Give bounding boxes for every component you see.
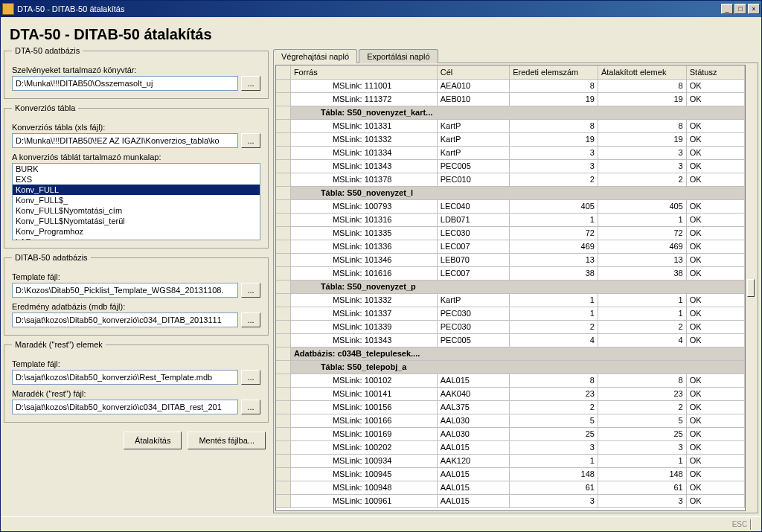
table-row[interactable]: MSLink: 100102AAL01588OK <box>276 374 745 387</box>
xls-browse-button[interactable]: ... <box>241 133 260 148</box>
result-input[interactable] <box>12 313 238 327</box>
table-row[interactable]: MSLink: 101346LEB0701313OK <box>276 253 745 266</box>
column-header[interactable]: Eredeti elemszám <box>510 65 598 79</box>
result-browse-button[interactable]: ... <box>241 313 260 327</box>
cell: 8 <box>510 79 598 92</box>
cell: LEC030 <box>437 226 509 240</box>
cell: MSLink: 101335 <box>290 226 437 240</box>
table-row[interactable]: MSLink: 101335LEC0307272OK <box>276 226 745 240</box>
cell: MSLink: 101336 <box>290 240 437 253</box>
convert-button[interactable]: Átalakítás <box>124 432 182 449</box>
table-row[interactable]: MSLink: 101343PEC00544OK <box>276 333 745 347</box>
vscroll-grip-icon[interactable] <box>747 279 755 297</box>
table-row[interactable]: MSLink: 101332KartP11OK <box>276 293 745 307</box>
table-row[interactable]: MSLink: 100961AAL01533OK <box>276 494 745 507</box>
table-row[interactable]: MSLink: 111372AEB0101919OK <box>276 92 745 106</box>
cell: 19 <box>598 92 686 106</box>
cell: OK <box>686 400 744 414</box>
grid-wrap: ForrásCélEredeti elemszámÁtalakított ele… <box>275 65 756 511</box>
table-row[interactable]: MSLink: 100945AAL015148148OK <box>276 467 745 481</box>
table-row[interactable]: MSLink: 101334KartP33OK <box>276 146 745 159</box>
cell: AAL015 <box>437 494 509 507</box>
app-window: DTA-50 - DITAB-50 átalakítás _ □ × DTA-5… <box>0 0 762 532</box>
cell: OK <box>686 240 744 253</box>
table-row[interactable]: Tábla: S50_novenyzet_kart... <box>276 106 745 119</box>
right-side-grip <box>746 65 756 511</box>
column-header[interactable]: Forrás <box>290 65 437 79</box>
cell: 2 <box>510 400 598 414</box>
table-row[interactable]: MSLink: 100202AAL01533OK <box>276 440 745 454</box>
cell: 3 <box>598 146 686 159</box>
column-header[interactable]: Cél <box>437 65 509 79</box>
table-row[interactable]: Tábla: S50_novenyzet_l <box>276 186 745 199</box>
close-button[interactable]: × <box>748 4 760 14</box>
table-row[interactable]: MSLink: 111001AEA01088OK <box>276 79 745 92</box>
cell: AAK040 <box>437 387 509 400</box>
table-row[interactable]: Tábla: S50_telepobj_a <box>276 360 745 374</box>
page-title: DTA-50 - DITAB-50 átalakítás <box>10 26 752 43</box>
table-row[interactable]: MSLink: 101339PEC03022OK <box>276 320 745 333</box>
table-row[interactable]: MSLink: 100156AAL37522OK <box>276 400 745 414</box>
sheet-option[interactable]: Konv_FULL$Nyomtatási_terül <box>13 216 260 226</box>
maximize-button[interactable]: □ <box>734 4 746 14</box>
group-label: Adatbázis: c034B_telepulesek.... <box>290 347 744 360</box>
tab-exec-log[interactable]: Végrehajtási napló <box>273 49 357 63</box>
cell: 3 <box>510 494 598 507</box>
sheet-option[interactable]: Konv_Programhoz <box>13 226 260 237</box>
minimize-button[interactable]: _ <box>721 4 733 14</box>
sheet-listbox[interactable]: BURKEXSKonv_FULLKonv_FULL$_Konv_FULL$Nyo… <box>12 163 260 240</box>
table-row[interactable]: MSLink: 101337PEC03011OK <box>276 307 745 320</box>
cell: 8 <box>510 374 598 387</box>
column-header[interactable]: Státusz <box>686 65 744 79</box>
table-row[interactable]: MSLink: 101343PEC00533OK <box>276 159 745 173</box>
rest-template-browse-button[interactable]: ... <box>241 370 260 385</box>
xls-input[interactable] <box>12 133 238 148</box>
dir-browse-button[interactable]: ... <box>241 76 260 91</box>
table-row[interactable]: MSLink: 100948AAL0156161OK <box>276 481 745 494</box>
cell: OK <box>686 427 744 440</box>
cell: MSLink: 100102 <box>290 374 437 387</box>
cell: LEB070 <box>437 253 509 266</box>
table-row[interactable]: MSLink: 100793LEC040405405OK <box>276 199 745 213</box>
tab-export-log[interactable]: Exportálási napló <box>359 49 438 63</box>
sheet-option[interactable]: LAF <box>13 237 260 240</box>
rest-template-input[interactable] <box>12 370 238 385</box>
cell: OK <box>686 92 744 106</box>
dir-input[interactable] <box>12 76 238 91</box>
table-row[interactable]: MSLink: 101616LEC0073838OK <box>276 266 745 280</box>
sheet-option[interactable]: Konv_FULL <box>13 185 260 195</box>
row-header-cell <box>276 240 290 253</box>
sheet-option[interactable]: Konv_FULL$Nyomtatási_cím <box>13 205 260 216</box>
cell: KartP <box>437 293 509 307</box>
sheet-option[interactable]: BURK <box>13 164 260 174</box>
table-row[interactable]: MSLink: 101316LDB07111OK <box>276 213 745 226</box>
rest-file-input[interactable] <box>12 400 238 414</box>
column-header[interactable]: Átalakított elemek <box>598 65 686 79</box>
save-to-file-button[interactable]: Mentés fájlba... <box>188 432 266 449</box>
table-row[interactable]: MSLink: 100169AAL0302525OK <box>276 427 745 440</box>
cell: OK <box>686 387 744 400</box>
table-row[interactable]: MSLink: 101378PEC01022OK <box>276 173 745 186</box>
template-input[interactable] <box>12 283 238 298</box>
cell: OK <box>686 320 744 333</box>
table-row[interactable]: MSLink: 100166AAL03055OK <box>276 414 745 427</box>
sheet-option[interactable]: Konv_FULL$_ <box>13 195 260 205</box>
table-row[interactable]: MSLink: 101331KartP88OK <box>276 119 745 132</box>
table-row[interactable]: Tábla: S50_novenyzet_p <box>276 280 745 293</box>
rest-file-browse-button[interactable]: ... <box>241 400 260 414</box>
table-row[interactable]: MSLink: 100141AAK0402323OK <box>276 387 745 400</box>
log-grid[interactable]: ForrásCélEredeti elemszámÁtalakított ele… <box>275 65 746 511</box>
cell: OK <box>686 146 744 159</box>
cell: MSLink: 100948 <box>290 481 437 494</box>
cell: MSLink: 101343 <box>290 333 437 347</box>
group-label: Tábla: S50_novenyzet_kart... <box>290 106 744 119</box>
cell: OK <box>686 213 744 226</box>
table-row[interactable]: MSLink: 101332KartP1919OK <box>276 132 745 146</box>
cell: OK <box>686 119 744 132</box>
table-row[interactable]: MSLink: 100934AAK12011OK <box>276 454 745 467</box>
table-row[interactable]: MSLink: 101336LEC007469469OK <box>276 240 745 253</box>
row-header-cell <box>276 414 290 427</box>
table-row[interactable]: Adatbázis: c034B_telepulesek.... <box>276 347 745 360</box>
sheet-option[interactable]: EXS <box>13 174 260 185</box>
template-browse-button[interactable]: ... <box>241 283 260 298</box>
